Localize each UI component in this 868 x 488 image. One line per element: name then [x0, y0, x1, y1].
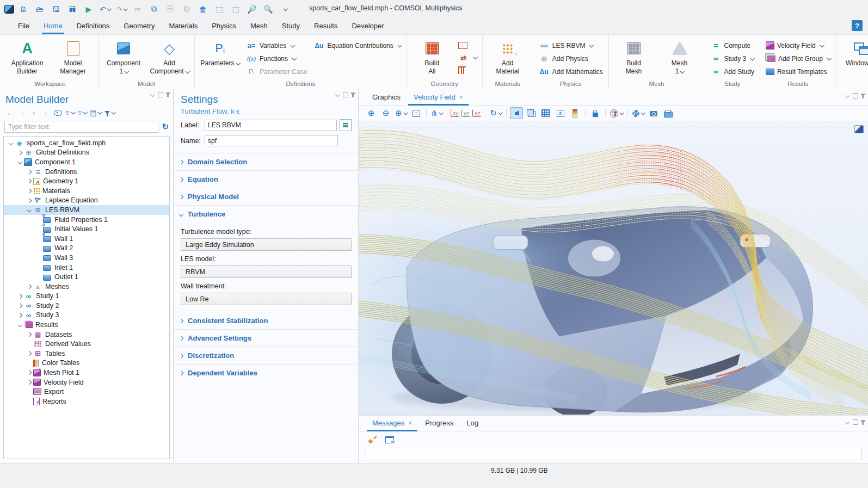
update-icon[interactable]: ⇄ [456, 53, 479, 63]
panel-pin-icon[interactable] [862, 94, 864, 98]
tree-expander-icon[interactable] [26, 381, 33, 384]
tree-node-derived-values[interactable]: Derived Values [4, 339, 169, 349]
menu-item-home[interactable]: Home [36, 19, 70, 34]
section-header[interactable]: Turbulence [174, 206, 358, 223]
tree-node-datasets[interactable]: Datasets [4, 330, 169, 339]
component-1-button[interactable]: Component1 [102, 38, 145, 77]
tree-node-component-1[interactable]: Component 1 [4, 157, 169, 167]
find-in-model-icon[interactable]: 🔍 [261, 3, 275, 16]
tree-expander-icon[interactable] [26, 285, 33, 288]
tree-expander-icon[interactable] [16, 304, 24, 307]
menu-item-file[interactable]: File [11, 19, 36, 34]
help-button[interactable]: ? [852, 20, 863, 31]
save-icon[interactable]: 🖫 [49, 3, 63, 16]
tree-node-results[interactable]: Results [4, 320, 169, 330]
model-manager-button[interactable]: ModelManager [51, 38, 95, 77]
zoom-out-icon[interactable]: ⊖ [379, 107, 392, 119]
node-label-icon[interactable]: ▤ [89, 108, 102, 118]
equation-contributions-button[interactable]: ΔuEquation Contributions [311, 40, 403, 51]
open-messages-window-icon[interactable] [383, 434, 396, 446]
expand-all-icon[interactable]: ≡ [64, 108, 76, 118]
transparency-icon[interactable] [525, 107, 538, 119]
collapse-all-icon[interactable]: ≡ [77, 108, 88, 118]
tree-node-reports[interactable]: Reports [4, 397, 169, 406]
tree-node-color-tables[interactable]: Color Tables [4, 359, 169, 368]
tree-expander-icon[interactable] [26, 170, 33, 174]
tree-expander-icon[interactable] [26, 352, 33, 355]
tree-expander-icon[interactable] [26, 333, 33, 336]
add-physics-button[interactable]: ⊛Add Physics [537, 53, 605, 64]
result-templates-button[interactable]: Result Templates [764, 66, 833, 77]
tree-node-export[interactable]: Export [4, 387, 169, 397]
zoom-extents-icon[interactable]: + [410, 107, 423, 119]
tree-node-velocity-field[interactable]: Velocity Field [4, 378, 169, 387]
tree-node-study-3[interactable]: Study 3 [4, 311, 169, 320]
add-mathematics-button[interactable]: ΔuAdd Mathematics [537, 66, 605, 77]
panel-menu-icon[interactable] [150, 92, 155, 97]
refresh-icon[interactable]: ↻ [162, 122, 169, 132]
section-header[interactable]: Physical Model [174, 188, 358, 205]
close-tab-icon[interactable]: × [459, 94, 463, 101]
color-legend-icon[interactable] [569, 107, 582, 119]
parameters-button[interactable]: PiParameters [198, 38, 242, 69]
tree-node-wall-1[interactable]: Wall 1 [4, 234, 169, 244]
label-action-button[interactable] [340, 119, 352, 131]
move-up-icon[interactable]: ↑ [28, 108, 39, 118]
menu-item-materials[interactable]: Materials [162, 19, 205, 34]
tree-expander-icon[interactable] [26, 199, 33, 202]
tree-node-fluid-properties-1[interactable]: Fluid Properties 1 [4, 215, 169, 225]
build-mesh-button[interactable]: BuildMesh [612, 38, 656, 77]
tree-node-laplace-equation[interactable]: Laplace Equation [4, 196, 169, 206]
panel-float-icon[interactable] [158, 92, 163, 97]
tree-node-definitions[interactable]: Definitions [4, 167, 169, 177]
axis-orientation-icon[interactable]: ⋔ [554, 107, 567, 119]
menu-item-geometry[interactable]: Geometry [116, 19, 162, 34]
tree-node-geometry-1[interactable]: Geometry 1 [4, 176, 169, 186]
environment-reflections-icon[interactable] [631, 107, 645, 119]
appearance-icon[interactable] [609, 107, 624, 119]
deselect-icon[interactable]: ⬚ [229, 3, 243, 16]
new-file-icon[interactable]: 🗎 [16, 3, 30, 16]
messages-tab-messages[interactable]: Messages× [366, 416, 418, 431]
build-all-button[interactable]: BuildAll [410, 38, 454, 77]
grid-icon[interactable] [539, 107, 552, 119]
view-yz-icon[interactable]: yz [461, 109, 471, 117]
add-component-button[interactable]: ◇AddComponent [147, 38, 191, 77]
forward-icon[interactable]: → [16, 108, 27, 118]
panel-float-icon[interactable] [343, 92, 348, 97]
les-model-dropdown[interactable]: RBVM [181, 265, 352, 278]
tree-node-wall-3[interactable]: Wall 3 [4, 253, 169, 263]
tree-expander-icon[interactable] [16, 160, 24, 164]
tree-node-outlet-1[interactable]: Outlet 1 [4, 272, 169, 282]
tree-node-initial-values-1[interactable]: Initial Values 1 [4, 224, 169, 234]
panel-menu-icon[interactable] [335, 92, 340, 97]
tree-node-mesh-plot-1[interactable]: Mesh Plot 1 [4, 368, 169, 378]
variables-button[interactable]: a=Variables [244, 40, 309, 51]
tree-expander-icon[interactable] [26, 189, 33, 193]
customize-caret-icon[interactable] [278, 3, 292, 16]
image-snapshot-icon[interactable] [647, 107, 660, 119]
redo-icon[interactable]: ↷ [114, 3, 128, 16]
tree-node-les-rbvm[interactable]: LES RBVM [4, 205, 169, 215]
tree-expander-icon[interactable] [26, 371, 33, 374]
label-field-input[interactable] [205, 120, 337, 131]
delete-icon[interactable]: 🗑 [196, 3, 210, 16]
tree-expander-icon[interactable] [16, 151, 24, 155]
back-icon[interactable]: ← [4, 108, 15, 118]
panel-float-icon[interactable] [853, 419, 858, 425]
menu-item-physics[interactable]: Physics [205, 19, 243, 34]
messages-tab-log[interactable]: Log [460, 416, 485, 431]
tree-node-sports-car-flow-field-mph[interactable]: sports_car_flow_field.mph [4, 138, 169, 148]
velocity-field-button[interactable]: Velocity Field [764, 40, 833, 51]
save-as-icon[interactable]: 🖬 [65, 3, 79, 16]
view-xz-icon[interactable]: xz [472, 109, 482, 117]
parameter-case-button[interactable]: PᵢParameter Case [244, 66, 309, 77]
tree-expander-icon[interactable] [16, 295, 24, 298]
undo-icon[interactable]: ↶ [98, 3, 112, 16]
name-field-input[interactable] [205, 135, 338, 146]
menu-item-mesh[interactable]: Mesh [243, 19, 275, 34]
section-header[interactable]: Consistent Stabilization [174, 312, 358, 329]
les-rbvm-button[interactable]: ≈≈LES RBVM [537, 40, 605, 51]
add-study-button[interactable]: ∞Add Study [709, 66, 756, 77]
close-tab-icon[interactable]: × [408, 419, 412, 427]
